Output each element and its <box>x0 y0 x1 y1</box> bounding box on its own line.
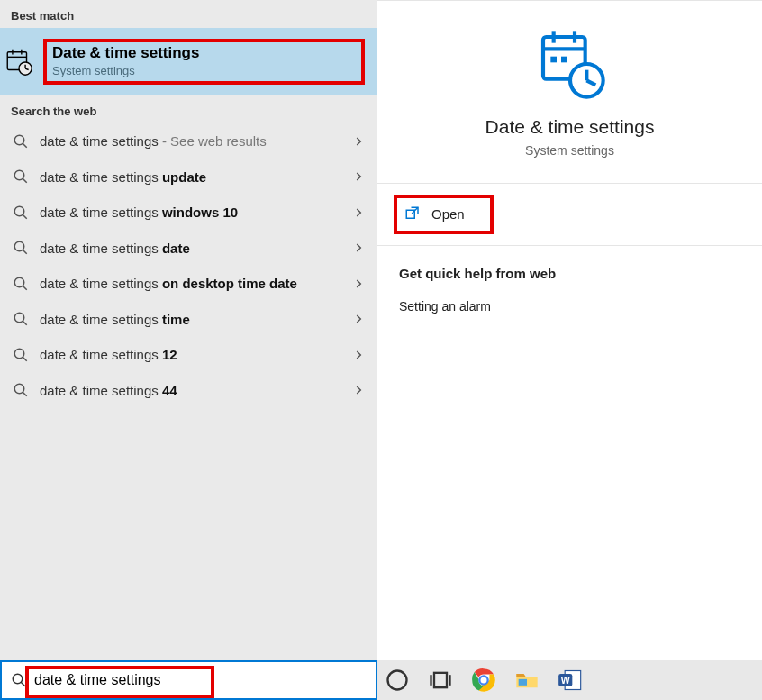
search-icon <box>13 347 29 363</box>
svg-rect-37 <box>434 673 447 687</box>
web-results-list: date & time settings - See web resultsda… <box>0 123 377 408</box>
highlight-box: Date & time settings System settings <box>43 39 365 85</box>
web-result-7[interactable]: date & time settings 44 <box>7 373 370 409</box>
svg-line-20 <box>23 357 27 361</box>
web-result-5[interactable]: date & time settings time <box>7 302 370 338</box>
search-icon <box>11 672 27 688</box>
svg-line-8 <box>23 143 27 148</box>
taskbar: W <box>377 660 762 700</box>
detail-subtitle: System settings <box>525 143 614 158</box>
open-icon <box>404 205 421 222</box>
chevron-right-icon <box>352 170 365 183</box>
search-icon <box>13 205 29 221</box>
search-icon <box>13 311 29 327</box>
file-explorer-icon[interactable] <box>514 668 540 693</box>
svg-rect-27 <box>550 57 557 63</box>
svg-point-13 <box>14 242 24 252</box>
search-icon <box>13 168 29 185</box>
search-results-panel: Best match Date & time settings System s… <box>0 0 377 660</box>
best-match-title: Date & time settings <box>52 44 325 62</box>
svg-line-35 <box>21 682 25 686</box>
chevron-right-icon <box>352 135 365 148</box>
calendar-clock-icon <box>534 28 606 100</box>
chevron-right-icon <box>352 349 365 361</box>
help-header: Get quick help from web <box>399 266 740 281</box>
web-result-3[interactable]: date & time settings date <box>7 231 370 267</box>
svg-point-15 <box>14 277 24 287</box>
best-match-item[interactable]: Date & time settings System settings <box>0 28 377 95</box>
chevron-right-icon <box>352 384 365 396</box>
web-result-label: date & time settings 12 <box>40 346 345 364</box>
calendar-clock-icon <box>4 47 34 77</box>
svg-point-9 <box>14 171 24 181</box>
search-input[interactable] <box>34 672 367 688</box>
web-result-label: date & time settings - See web results <box>40 132 345 150</box>
search-icon <box>13 133 29 150</box>
svg-line-14 <box>23 250 27 255</box>
svg-point-42 <box>481 677 487 684</box>
svg-point-19 <box>14 349 24 359</box>
search-icon <box>13 276 29 292</box>
chrome-icon[interactable] <box>471 668 496 693</box>
svg-text:W: W <box>561 675 570 686</box>
help-link-alarm[interactable]: Setting an alarm <box>399 299 491 314</box>
search-icon <box>13 240 29 256</box>
web-result-label: date & time settings 44 <box>40 382 345 400</box>
web-result-4[interactable]: date & time settings on desktop time dat… <box>7 266 370 302</box>
web-result-label: date & time settings date <box>40 240 345 258</box>
svg-line-22 <box>23 393 27 397</box>
web-result-1[interactable]: date & time settings update <box>7 159 370 195</box>
detail-title: Date & time settings <box>485 116 655 138</box>
svg-rect-28 <box>561 57 567 63</box>
best-match-header: Best match <box>0 0 377 28</box>
svg-point-21 <box>14 385 24 395</box>
cortana-icon[interactable] <box>385 668 410 693</box>
svg-point-7 <box>14 135 24 145</box>
highlight-box: Open <box>394 195 494 234</box>
web-result-label: date & time settings update <box>40 168 345 186</box>
word-icon[interactable]: W <box>558 668 583 693</box>
web-result-label: date & time settings on desktop time dat… <box>40 275 345 293</box>
chevron-right-icon <box>352 277 365 290</box>
search-bar[interactable] <box>0 660 377 700</box>
svg-line-16 <box>23 286 27 290</box>
svg-point-17 <box>14 314 24 323</box>
web-result-2[interactable]: date & time settings windows 10 <box>7 195 370 231</box>
svg-rect-43 <box>519 679 527 686</box>
svg-point-36 <box>388 671 407 690</box>
web-result-6[interactable]: date & time settings 12 <box>7 337 370 373</box>
search-icon <box>13 382 29 398</box>
web-result-label: date & time settings windows 10 <box>40 204 345 222</box>
svg-point-11 <box>14 206 24 216</box>
svg-line-18 <box>23 322 27 326</box>
chevron-right-icon <box>352 241 365 254</box>
chevron-right-icon <box>352 206 365 219</box>
open-label: Open <box>431 206 465 222</box>
open-button[interactable]: Open <box>399 198 470 229</box>
web-header: Search the web <box>0 95 377 123</box>
web-result-0[interactable]: date & time settings - See web results <box>7 123 370 159</box>
chevron-right-icon <box>352 313 365 325</box>
svg-line-10 <box>23 179 27 184</box>
svg-point-34 <box>13 674 23 684</box>
best-match-subtitle: System settings <box>52 64 325 77</box>
task-view-icon[interactable] <box>428 668 453 693</box>
svg-line-12 <box>23 214 27 219</box>
detail-panel: Date & time settings System settings Ope… <box>377 0 762 660</box>
web-result-label: date & time settings time <box>40 311 345 329</box>
